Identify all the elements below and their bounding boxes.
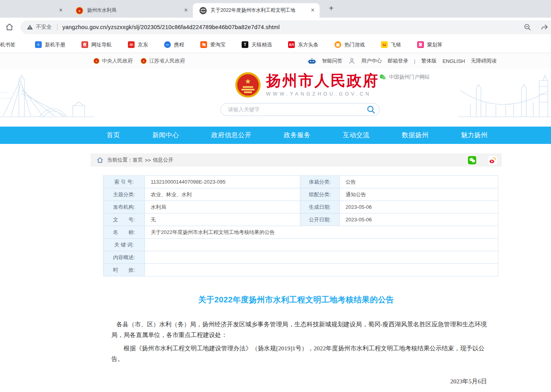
nav-item-interaction[interactable]: 互动交流 bbox=[343, 131, 370, 140]
bookmark-label: 聚划算 bbox=[427, 41, 442, 48]
nav-item-data[interactable]: 数据扬州 bbox=[402, 131, 429, 140]
bookmark-icon: 夜 bbox=[81, 41, 88, 48]
close-icon[interactable]: × bbox=[309, 7, 316, 14]
nav-item-services[interactable]: 政务服务 bbox=[284, 131, 311, 140]
meta-label: 名 称: bbox=[104, 226, 145, 239]
browser-toolbar: 不安全 yangzhou.gov.cn/yzszxxgk/slj/202305/… bbox=[0, 18, 551, 37]
bookmark-item[interactable]: 东方 东方头条 bbox=[288, 41, 318, 48]
link-user-center[interactable]: 用户中心 bbox=[361, 57, 382, 64]
browser-tab-shuiliju[interactable]: ★ 扬州市水利局 × bbox=[68, 3, 193, 18]
bookmark-item[interactable]: 夜 网址导航 bbox=[81, 41, 112, 48]
meta-label: 公开日期: bbox=[300, 213, 340, 226]
bridge-artwork-left bbox=[0, 69, 94, 126]
utility-links: 智能问答 用户中心 邮箱登录 | 繁体版 ENGLISH 无障碍阅读 bbox=[308, 53, 496, 69]
article-favicon bbox=[199, 7, 207, 15]
wechat-icon bbox=[379, 74, 386, 81]
security-label: 不安全 bbox=[36, 24, 52, 31]
bookmark-item[interactable]: ω 飞猪 bbox=[381, 41, 401, 48]
meta-label: 索 引 号: bbox=[104, 176, 145, 188]
meta-label: 发布机构: bbox=[104, 201, 145, 213]
nav-item-info-disclosure[interactable]: 政府信息公开 bbox=[211, 131, 251, 140]
home-icon[interactable] bbox=[5, 22, 14, 32]
breadcrumb-label: 当前位置： bbox=[107, 156, 133, 164]
breadcrumb: 当前位置： 首页 >> 信息公开 bbox=[91, 153, 502, 167]
bookmark-label: 飞猪 bbox=[391, 41, 401, 48]
article-paragraph: 各县（市、区）水利（务）局，扬州经济开发区城乡事务管理局，生态科技新城规划建设局… bbox=[111, 319, 487, 340]
article-body: 各县（市、区）水利（务）局，扬州经济开发区城乡事务管理局，生态科技新城规划建设局… bbox=[91, 319, 502, 392]
bookmarks-bar: 机书签 ≡ 新机手册 夜 网址导航 JD 京东 ∽ 携程 淘 爱淘宝 T 天猫精… bbox=[0, 37, 551, 53]
bookmark-item[interactable]: ▣ 热门游戏 bbox=[335, 41, 365, 48]
link-jiangsu-government[interactable]: ★ 江苏省人民政府 bbox=[141, 57, 185, 64]
bookmark-label: 机书签 bbox=[0, 41, 15, 48]
tab-title: 扬州市水利局 bbox=[87, 7, 182, 14]
nav-item-news[interactable]: 新闻中心 bbox=[152, 131, 179, 140]
svg-text:★: ★ bbox=[78, 9, 81, 13]
svg-text:★: ★ bbox=[245, 77, 251, 85]
security-status[interactable]: 不安全 bbox=[27, 24, 52, 31]
close-icon[interactable]: × bbox=[182, 7, 190, 14]
bookmark-label: 京东 bbox=[138, 41, 148, 48]
meta-value bbox=[145, 239, 498, 251]
site-masthead: ★ 扬州市人民政府 WWW.YANGZHOU.GOV.CN 中国扬州门户网站 bbox=[0, 69, 551, 127]
bookmark-item[interactable]: ∽ 携程 bbox=[164, 41, 184, 48]
link-english[interactable]: ENGLISH bbox=[442, 58, 465, 64]
link-traditional-chinese[interactable]: 繁体版 bbox=[421, 57, 436, 64]
meta-value: 水利局 bbox=[145, 201, 300, 213]
zoom-out-icon[interactable] bbox=[523, 23, 532, 31]
bookmark-item[interactable]: T 天猫精选 bbox=[242, 41, 272, 48]
article: 关于2022年度扬州市水利工程文明工地考核结果的公告 各县（市、区）水利（务）局… bbox=[91, 294, 502, 392]
address-bar[interactable]: 不安全 yangzhou.gov.cn/yzszxxgk/slj/202305/… bbox=[20, 20, 551, 34]
weibo-share-icon[interactable] bbox=[488, 156, 497, 164]
link-accessibility[interactable]: 无障碍阅读 bbox=[471, 57, 496, 64]
utility-divider: | bbox=[414, 58, 415, 64]
gov-emblem-favicon: ★ bbox=[76, 7, 83, 15]
gov-links: ★ 中央人民政府 ★ 江苏省人民政府 bbox=[93, 53, 185, 69]
meta-value bbox=[145, 251, 498, 264]
meta-label: 内容概述: bbox=[104, 251, 145, 264]
nav-item-home[interactable]: 首页 bbox=[107, 131, 120, 140]
search-button[interactable] bbox=[362, 105, 379, 114]
bookmark-item[interactable]: JD 京东 bbox=[128, 41, 148, 48]
meta-label: 关 键 词: bbox=[104, 239, 145, 251]
bookmark-item[interactable]: 淘 爱淘宝 bbox=[200, 41, 226, 48]
site-url: WWW.YANGZHOU.GOV.CN bbox=[266, 91, 379, 97]
table-row: 内容概述: bbox=[104, 251, 498, 264]
meta-label: 时 效: bbox=[104, 264, 145, 276]
bookmark-icon: ∽ bbox=[164, 41, 171, 48]
url-text[interactable]: yangzhou.gov.cn/yzszxxgk/slj/202305/210c… bbox=[63, 24, 280, 30]
table-row: 关 键 词: bbox=[104, 239, 498, 251]
bookmark-item[interactable]: ≡ 新机手册 bbox=[35, 41, 65, 48]
new-tab-button[interactable]: + bbox=[326, 4, 337, 14]
close-icon[interactable]: × bbox=[57, 7, 65, 14]
wechat-share-icon[interactable] bbox=[468, 156, 476, 164]
search-input[interactable] bbox=[221, 107, 362, 112]
main-navigation: 首页 新闻中心 政府信息公开 政务服务 互动交流 数据扬州 魅力扬州 bbox=[0, 127, 551, 144]
table-row: 文 号: 无 公开日期: 2023-05-06 bbox=[104, 213, 498, 226]
meta-value: 农业、林业、水利 bbox=[145, 188, 300, 201]
breadcrumb-home-link[interactable]: 首页 bbox=[133, 156, 143, 164]
nav-item-charm[interactable]: 魅力扬州 bbox=[461, 131, 488, 140]
link-mail-login[interactable]: 邮箱登录 bbox=[388, 57, 408, 64]
home-icon bbox=[96, 156, 104, 164]
link-smart-qa[interactable]: 智能问答 bbox=[322, 57, 342, 64]
bookmark-icon: ▣ bbox=[335, 41, 341, 48]
bookmark-label: 天猫精选 bbox=[251, 41, 272, 48]
browser-tab-active[interactable]: 关于2022年度扬州市水利工程文明工地 × bbox=[193, 3, 320, 18]
bookmark-icon: 聚 bbox=[417, 41, 424, 48]
meta-value: 2023-05-06 bbox=[340, 201, 498, 213]
browser-tab-partial[interactable]: × bbox=[0, 3, 67, 18]
article-title: 关于2022年度扬州市水利工程文明工地考核结果的公告 bbox=[91, 294, 502, 305]
link-central-government[interactable]: ★ 中央人民政府 bbox=[93, 57, 133, 64]
meta-label: 体裁分类: bbox=[300, 176, 340, 188]
portal-badge[interactable]: 中国扬州门户网站 bbox=[379, 74, 430, 81]
meta-label: 组配分类: bbox=[300, 188, 340, 201]
bookmark-item[interactable]: 机书签 bbox=[0, 41, 15, 48]
site-logo[interactable]: ★ 扬州市人民政府 WWW.YANGZHOU.GOV.CN bbox=[235, 72, 379, 98]
bookmark-item[interactable]: 聚 聚划算 bbox=[417, 41, 442, 48]
bookmark-icon: ≡ bbox=[35, 41, 42, 48]
share-icon[interactable] bbox=[540, 23, 549, 31]
meta-label: 生成日期: bbox=[300, 201, 340, 213]
omnibox-divider bbox=[57, 24, 57, 31]
breadcrumb-section-link[interactable]: 信息公开 bbox=[153, 156, 173, 164]
tab-title: 关于2022年度扬州市水利工程文明工地 bbox=[211, 7, 309, 14]
